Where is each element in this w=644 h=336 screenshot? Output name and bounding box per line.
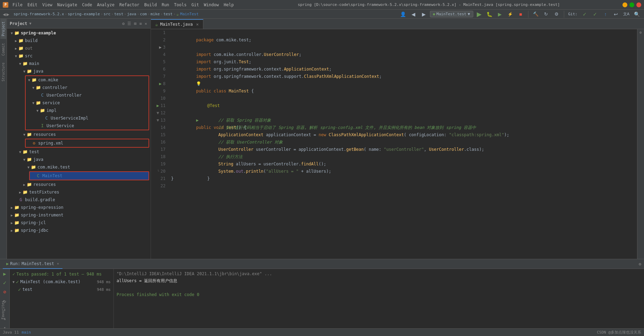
run-tab[interactable]: ▶ Run: MainTest.test ✕ <box>3 259 62 269</box>
right-icon-1[interactable]: ⚙ <box>639 31 642 34</box>
run-stop-btn[interactable]: ⊘ <box>1 288 8 295</box>
breadcrumb-5[interactable]: com <box>140 12 147 16</box>
nav-back[interactable]: ◀ <box>3 11 6 17</box>
structure-tab[interactable]: Structure <box>0 60 6 84</box>
profile-button[interactable]: ⚡ <box>506 10 515 19</box>
tree-spring-jdbc[interactable]: ▶ 📁 spring-jdbc <box>7 227 151 234</box>
forward-btn[interactable]: ▶ <box>420 10 429 19</box>
tree-test[interactable]: ▼ 📁 test <box>7 148 151 156</box>
tree-src[interactable]: ▼ 📁 src <box>7 52 151 60</box>
sync-button[interactable]: ↻ <box>542 10 551 19</box>
menu-git[interactable]: Git <box>190 2 201 7</box>
translate-btn[interactable]: 文A <box>622 10 631 19</box>
tab-close-btn[interactable]: ✕ <box>196 22 198 27</box>
breadcrumb-root[interactable]: spring-framework-5.2.x <box>14 12 64 16</box>
run-gutter-8[interactable]: ▶ <box>159 80 162 88</box>
tree-impl[interactable]: ▼ 📁 impl <box>26 107 149 114</box>
tree-build[interactable]: ▶ 📁 build <box>7 37 151 44</box>
project-tab[interactable]: Project <box>0 19 6 39</box>
test-item-test-method[interactable]: ✓ test 948 ms <box>10 286 113 293</box>
tree-userserviceimpl[interactable]: ▶ C UserServiceImpl <box>26 114 149 122</box>
menu-edit[interactable]: Edit <box>26 2 39 7</box>
tree-resources-test[interactable]: ▶ 📁 resources <box>7 181 151 188</box>
minimize-btn[interactable] <box>622 2 627 7</box>
coverage-button[interactable]: ▶ <box>495 10 505 19</box>
nav-forward[interactable]: ▶ <box>6 11 9 17</box>
menu-build[interactable]: Build <box>143 2 158 7</box>
tree-spring-instrument[interactable]: ▶ 📁 spring-instrument <box>7 211 151 219</box>
menu-refactor[interactable]: Refactor <box>118 2 141 7</box>
tree-userservice[interactable]: ▶ I UserService <box>26 122 149 130</box>
bottom-settings-btn[interactable]: ⚙ <box>639 262 641 267</box>
menu-tools[interactable]: Tools <box>173 2 188 7</box>
tree-resources-main[interactable]: ▼ 📁 resources <box>7 131 151 138</box>
maximize-btn[interactable] <box>629 2 634 7</box>
tree-usercontroller[interactable]: ▶ C UserController <box>26 91 149 99</box>
tree-testfixtures[interactable]: ▶ 📁 testFixtures <box>7 188 151 196</box>
menu-run[interactable]: Run <box>160 2 171 7</box>
search-btn[interactable]: 🔍 <box>632 10 641 19</box>
run-prev-btn[interactable]: ↑ <box>1 325 8 328</box>
menu-view[interactable]: View <box>41 2 54 7</box>
filter-icon[interactable]: ⊞ <box>133 21 137 27</box>
tree-com-mike-test[interactable]: ▼ 📁 com.mike.test <box>7 163 151 171</box>
menu-navigate[interactable]: Navigate <box>56 2 79 7</box>
breadcrumb-6[interactable]: mike <box>151 12 160 16</box>
git-check1[interactable]: ✓ <box>580 10 589 19</box>
code-content[interactable]: package com.mike.test; import com.mike.c… <box>168 29 637 259</box>
menu-help[interactable]: Help <box>222 2 235 7</box>
menu-analyze[interactable]: Analyze <box>95 2 116 7</box>
tree-maintest[interactable]: ▶ C MainTest <box>30 172 149 180</box>
layout-icon[interactable]: ☰ <box>127 21 132 27</box>
run-gutter-11[interactable]: ▶ <box>156 102 159 109</box>
lightbulb-icon[interactable]: 💡 <box>196 81 201 86</box>
menu-file[interactable]: File <box>11 2 24 7</box>
git-check2[interactable]: ✓ <box>591 10 600 19</box>
breadcrumb-2[interactable]: src <box>104 12 111 16</box>
run-tab-close[interactable]: ✕ <box>57 262 59 265</box>
fold-icon[interactable]: ▶ <box>159 44 162 51</box>
tree-spring-example[interactable]: ▼ 📁 spring-example <box>7 29 151 37</box>
tree-spring-xml[interactable]: ▶ ⚙ spring.xml <box>26 139 149 147</box>
fold-icon-12[interactable]: ▼ <box>156 109 159 117</box>
tree-java-main[interactable]: ▼ 📁 java <box>7 67 151 75</box>
close-panel-icon[interactable]: ✕ <box>144 21 148 27</box>
tree-out[interactable]: ▶ 📁 out <box>7 44 151 52</box>
tree-java-test[interactable]: ▼ 📁 java <box>7 156 151 163</box>
close-btn[interactable] <box>636 2 641 7</box>
menu-window[interactable]: Window <box>202 2 220 7</box>
tree-com-mike[interactable]: ▼ 📁 com.mike <box>26 76 149 84</box>
breadcrumb-8[interactable]: ☕ MainTest <box>176 12 198 17</box>
tree-service[interactable]: ▼ 📁 service <box>26 99 149 107</box>
tab-icon: ☕ <box>155 22 158 27</box>
run-button[interactable]: ▶ <box>475 10 484 19</box>
git-undo[interactable]: ↩ <box>611 10 620 19</box>
debug-button[interactable]: 🐛 <box>485 10 494 19</box>
breadcrumb-1[interactable]: spring-example <box>68 12 100 16</box>
tree-main[interactable]: ▼ 📁 main <box>7 60 151 67</box>
tree-spring-jcl[interactable]: ▶ 📁 spring-jcl <box>7 219 151 227</box>
tree-controller[interactable]: ▼ 📁 controller <box>26 84 149 91</box>
editor-tab-maintest[interactable]: ☕ MainTest.java ✕ <box>151 19 203 29</box>
breadcrumb-7[interactable]: test <box>163 12 173 16</box>
run-config[interactable]: ● MainTest.test ▼ <box>430 11 473 17</box>
vcs-btn[interactable]: 👤 <box>399 10 408 19</box>
build-button[interactable]: 🔨 <box>531 10 540 19</box>
fold-icon-13[interactable]: ▼ <box>156 117 159 124</box>
back-btn[interactable]: ◀ <box>409 10 418 19</box>
fold-icon-20[interactable]: └ <box>157 168 159 175</box>
settings-button[interactable]: ⚙ <box>552 10 561 19</box>
run-play-btn[interactable]: ▶ <box>1 270 8 277</box>
settings-icon[interactable]: ≡ <box>139 21 143 27</box>
menu-code[interactable]: Code <box>81 2 94 7</box>
stop-button[interactable]: ■ <box>516 10 525 19</box>
gear-icon[interactable]: ⚙ <box>121 21 125 27</box>
commit-tab[interactable]: Commit <box>0 40 6 58</box>
tree-build-gradle[interactable]: ▶ G build.gradle <box>7 196 151 204</box>
run-check-btn[interactable]: ✓ <box>1 279 8 286</box>
tree-spring-expression[interactable]: ▶ 📁 spring-expression <box>7 204 151 211</box>
breadcrumb-3[interactable]: test <box>114 12 124 16</box>
test-item-maintest[interactable]: ▼ ✓ MainTest (com.mike.test) 948 ms <box>10 278 113 286</box>
git-push[interactable]: ↑ <box>601 10 610 19</box>
breadcrumb-4[interactable]: java <box>127 12 136 16</box>
